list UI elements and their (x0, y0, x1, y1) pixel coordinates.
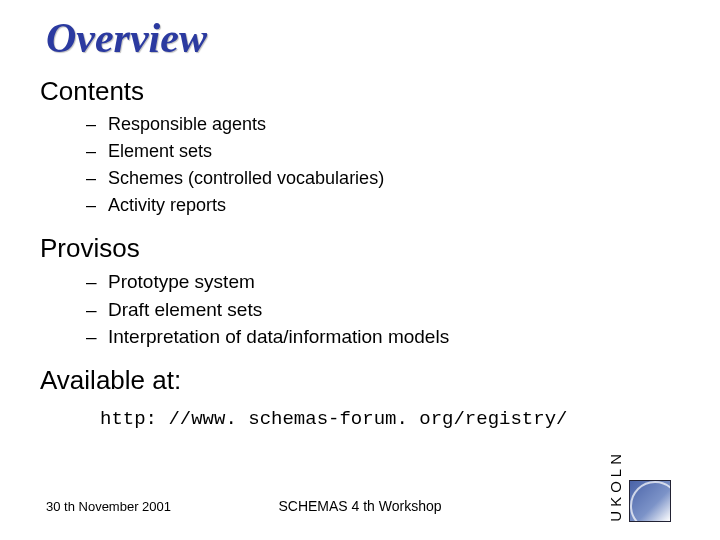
list-item: Activity reports (108, 192, 720, 219)
logo-icon (629, 480, 671, 522)
list-item: Draft element sets (108, 296, 720, 324)
ukoln-logo: UKOLN (608, 478, 694, 522)
contents-list: Responsible agents Element sets Schemes … (0, 111, 720, 219)
list-item: Schemes (controlled vocabularies) (108, 165, 720, 192)
list-item: Responsible agents (108, 111, 720, 138)
list-item: Element sets (108, 138, 720, 165)
registry-url: http: //www. schemas-forum. org/registry… (0, 400, 720, 430)
list-item: Prototype system (108, 268, 720, 296)
footer: 30 th November 2001 SCHEMAS 4 th Worksho… (0, 476, 720, 526)
logo-text: UKOLN (608, 450, 623, 522)
slide-title: Overview (0, 0, 720, 62)
provisos-list: Prototype system Draft element sets Inte… (0, 268, 720, 351)
section-heading-contents: Contents (0, 62, 720, 111)
section-heading-available: Available at: (0, 351, 720, 400)
list-item: Interpretation of data/information model… (108, 323, 720, 351)
footer-workshop: SCHEMAS 4 th Workshop (278, 498, 441, 514)
section-heading-provisos: Provisos (0, 219, 720, 268)
footer-date: 30 th November 2001 (46, 499, 171, 514)
